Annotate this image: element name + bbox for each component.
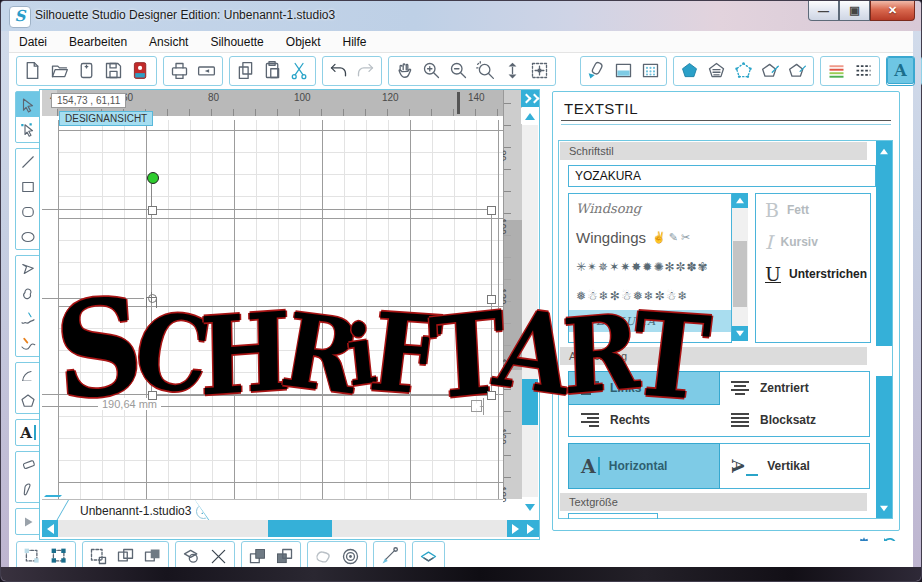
selection-handle-mr[interactable]	[487, 295, 496, 304]
menu-silhouette[interactable]: Silhouette	[210, 35, 263, 49]
tab-close-icon[interactable]: x	[196, 504, 211, 519]
zoom-drag-icon[interactable]	[500, 58, 525, 83]
duplicate-outline-icon[interactable]	[86, 544, 111, 569]
panel-scroll-up[interactable]	[876, 143, 892, 159]
concentric-offset-icon[interactable]	[338, 544, 363, 569]
font-list-scrollbar[interactable]	[732, 193, 748, 341]
redo-icon[interactable]	[353, 58, 378, 83]
menu-bearbeiten[interactable]: Bearbeiten	[69, 35, 127, 49]
rotation-center-icon[interactable]	[146, 292, 157, 303]
pan-hand-icon[interactable]	[392, 58, 417, 83]
offset-shape-icon[interactable]	[311, 544, 336, 569]
panel-scrollbar[interactable]	[876, 141, 892, 518]
shape-3d-icon[interactable]	[416, 544, 441, 569]
font-list-item[interactable]: Wingdings✌ ✎ ✂	[569, 223, 731, 252]
rounded-rectangle-tool[interactable]	[16, 199, 40, 224]
polygon-shadow-icon[interactable]	[704, 58, 729, 83]
close-button[interactable]: ✕	[870, 1, 915, 21]
line-tool[interactable]	[16, 149, 40, 174]
artwork-text[interactable]: SCHRiFTART	[54, 244, 498, 396]
curve-tool[interactable]	[16, 281, 40, 306]
save-icon[interactable]	[101, 58, 126, 83]
scroll-up-button[interactable]	[521, 108, 539, 124]
polygon-tool[interactable]	[16, 256, 40, 281]
font-list-item[interactable]: Windsong	[569, 194, 731, 223]
freehand-tool[interactable]	[16, 306, 40, 331]
font-list-scroll-thumb[interactable]	[733, 241, 747, 307]
polygon-draw-icon[interactable]	[785, 58, 810, 83]
library-3d-icon[interactable]	[128, 58, 153, 83]
font-list-scroll-up[interactable]	[732, 193, 748, 208]
fit-to-page-icon[interactable]	[527, 58, 552, 83]
duplicate-left-icon[interactable]	[113, 544, 138, 569]
selection-handle-bl[interactable]	[148, 391, 157, 400]
document-tab[interactable]: Unbenannt-1.studio3 x	[57, 500, 209, 521]
menu-ansicht[interactable]: Ansicht	[149, 35, 188, 49]
copy-icon[interactable]	[233, 58, 258, 83]
menu-hilfe[interactable]: Hilfe	[342, 35, 366, 49]
new-from-template-icon[interactable]	[74, 58, 99, 83]
cut-scissors-icon[interactable]	[287, 58, 312, 83]
font-list-scroll-down[interactable]	[732, 326, 748, 341]
knife-tool[interactable]	[16, 477, 40, 502]
selection-handle-tl[interactable]	[148, 206, 157, 215]
bold-button[interactable]: BFett	[756, 194, 870, 226]
smooth-freehand-tool[interactable]	[16, 331, 40, 356]
minimize-button[interactable]: —	[808, 1, 839, 21]
menu-datei[interactable]: Datei	[19, 35, 47, 49]
font-search-input[interactable]: YOZAKURA	[568, 165, 876, 187]
zoom-in-icon[interactable]	[419, 58, 444, 83]
bring-forward-icon[interactable]	[245, 544, 270, 569]
trace-tool-icon[interactable]	[377, 544, 402, 569]
eraser-tool[interactable]	[16, 452, 40, 477]
arc-tool[interactable]	[16, 363, 40, 388]
flyout-arrow[interactable]	[16, 509, 40, 534]
duplicate-fill-icon[interactable]	[140, 544, 165, 569]
underline-button[interactable]: UUnterstrichen	[756, 258, 870, 290]
select-arrow-tool[interactable]	[16, 92, 40, 117]
italic-button[interactable]: IKursiv	[756, 226, 870, 258]
horizontal-scroll-thumb[interactable]	[268, 520, 332, 537]
font-list-item[interactable]: ✳✴✵✶✷✸✹✺✻✼✽✾	[569, 252, 731, 281]
new-document-icon[interactable]	[20, 58, 45, 83]
delete-icon[interactable]	[206, 544, 231, 569]
scroll-left-button[interactable]	[42, 520, 58, 537]
horizontal-button[interactable]: A Horizontal	[569, 444, 719, 488]
align-center-button[interactable]: Zentriert	[719, 372, 869, 404]
polygon-points-icon[interactable]	[731, 58, 756, 83]
vertical-button[interactable]: A Vertikal	[719, 444, 869, 488]
select-all-light-icon[interactable]	[20, 544, 45, 569]
send-backward-icon[interactable]	[272, 544, 297, 569]
line-style-icon[interactable]	[851, 58, 876, 83]
fill-pattern-icon[interactable]	[638, 58, 663, 83]
canvas-viewport[interactable]: 154,73 , 61,11 DESIGNANSICHT SCHRiFTART	[42, 116, 503, 499]
maximize-button[interactable]: ▣	[839, 1, 870, 21]
send-to-silhouette-icon[interactable]	[194, 58, 219, 83]
polygon-solid-icon[interactable]	[677, 58, 702, 83]
panel-expander-button[interactable]	[521, 90, 539, 107]
open-file-icon[interactable]	[47, 58, 72, 83]
weld-shapes-icon[interactable]	[179, 544, 204, 569]
regular-polygon-tool[interactable]	[16, 388, 40, 413]
line-color-icon[interactable]	[824, 58, 849, 83]
edit-points-tool[interactable]	[16, 117, 40, 142]
ellipse-tool[interactable]	[16, 224, 40, 249]
selection-handle-tr[interactable]	[487, 206, 496, 215]
paste-icon[interactable]	[260, 58, 285, 83]
text-tool[interactable]: A	[16, 420, 40, 445]
undo-icon[interactable]	[326, 58, 351, 83]
menu-objekt[interactable]: Objekt	[286, 35, 321, 49]
zoom-selection-icon[interactable]	[473, 58, 498, 83]
rectangle-tool[interactable]	[16, 174, 40, 199]
zoom-out-icon[interactable]	[446, 58, 471, 83]
selection-handle-br[interactable]	[487, 391, 496, 400]
text-size-input-partial[interactable]	[568, 513, 658, 519]
horizontal-scrollbar[interactable]	[42, 520, 523, 537]
scroll-corner-button[interactable]	[521, 520, 539, 537]
eraser-fill-icon[interactable]	[584, 58, 609, 83]
fill-color-icon[interactable]	[611, 58, 636, 83]
text-style-button[interactable]: A	[887, 57, 914, 84]
polygon-edit-icon[interactable]	[758, 58, 783, 83]
panel-scroll-thumb[interactable]	[876, 346, 892, 376]
panel-scroll-down[interactable]	[876, 500, 892, 516]
